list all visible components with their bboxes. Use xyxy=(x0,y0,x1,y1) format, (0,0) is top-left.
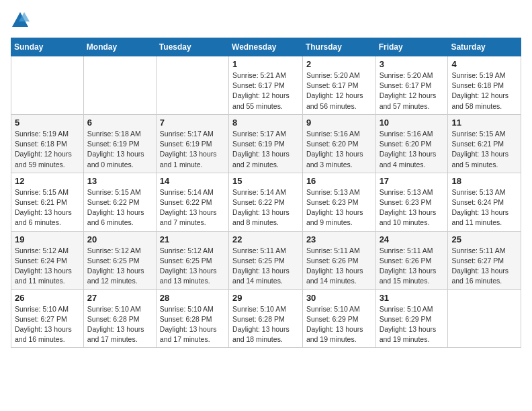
day-info: Sunrise: 5:20 AMSunset: 6:17 PMDaylight:… xyxy=(380,71,445,111)
day-number: 16 xyxy=(306,176,372,186)
day-number: 7 xyxy=(160,118,225,128)
calendar-cell: 5Sunrise: 5:19 AMSunset: 6:18 PMDaylight… xyxy=(11,114,84,173)
day-info: Sunrise: 5:11 AMSunset: 6:26 PMDaylight:… xyxy=(306,246,372,287)
calendar-cell: 10Sunrise: 5:16 AMSunset: 6:20 PMDayligh… xyxy=(375,114,448,173)
day-number: 25 xyxy=(451,234,517,244)
day-number: 4 xyxy=(451,59,517,69)
day-info: Sunrise: 5:17 AMSunset: 6:19 PMDaylight:… xyxy=(232,129,299,170)
day-info: Sunrise: 5:12 AMSunset: 6:25 PMDaylight:… xyxy=(87,246,152,287)
day-info: Sunrise: 5:16 AMSunset: 6:20 PMDaylight:… xyxy=(380,129,445,170)
day-info: Sunrise: 5:10 AMSunset: 6:28 PMDaylight:… xyxy=(232,304,299,345)
day-number: 31 xyxy=(380,293,445,303)
calendar-cell: 15Sunrise: 5:14 AMSunset: 6:22 PMDayligh… xyxy=(229,173,303,231)
calendar-cell: 7Sunrise: 5:17 AMSunset: 6:19 PMDaylight… xyxy=(156,114,228,173)
calendar-cell: 20Sunrise: 5:12 AMSunset: 6:25 PMDayligh… xyxy=(83,231,156,289)
calendar-cell: 19Sunrise: 5:12 AMSunset: 6:24 PMDayligh… xyxy=(11,231,84,289)
day-number: 24 xyxy=(380,234,445,244)
header-monday: Monday xyxy=(83,38,156,56)
day-info: Sunrise: 5:12 AMSunset: 6:24 PMDaylight:… xyxy=(15,246,80,287)
day-number: 22 xyxy=(232,234,299,244)
calendar-cell xyxy=(448,289,521,348)
calendar-cell: 2Sunrise: 5:20 AMSunset: 6:17 PMDaylight… xyxy=(302,56,375,115)
calendar-cell xyxy=(156,56,228,115)
header-wednesday: Wednesday xyxy=(229,38,303,56)
day-info: Sunrise: 5:12 AMSunset: 6:25 PMDaylight:… xyxy=(160,246,225,287)
week-row-5: 26Sunrise: 5:10 AMSunset: 6:27 PMDayligh… xyxy=(11,289,521,348)
day-number: 19 xyxy=(15,234,80,244)
calendar-cell: 29Sunrise: 5:10 AMSunset: 6:28 PMDayligh… xyxy=(229,289,303,348)
day-info: Sunrise: 5:15 AMSunset: 6:21 PMDaylight:… xyxy=(15,187,80,228)
day-number: 11 xyxy=(451,118,517,128)
day-number: 15 xyxy=(232,176,299,186)
day-info: Sunrise: 5:18 AMSunset: 6:19 PMDaylight:… xyxy=(87,129,152,170)
day-info: Sunrise: 5:15 AMSunset: 6:21 PMDaylight:… xyxy=(451,129,517,170)
calendar-cell: 8Sunrise: 5:17 AMSunset: 6:19 PMDaylight… xyxy=(229,114,303,173)
calendar-cell: 9Sunrise: 5:16 AMSunset: 6:20 PMDaylight… xyxy=(302,114,375,173)
day-number: 5 xyxy=(15,118,80,128)
day-info: Sunrise: 5:17 AMSunset: 6:19 PMDaylight:… xyxy=(160,129,225,170)
day-info: Sunrise: 5:11 AMSunset: 6:25 PMDaylight:… xyxy=(232,246,299,287)
day-number: 20 xyxy=(87,234,152,244)
page-header xyxy=(11,11,521,30)
day-number: 28 xyxy=(160,293,225,303)
calendar-cell: 12Sunrise: 5:15 AMSunset: 6:21 PMDayligh… xyxy=(11,173,84,231)
day-number: 12 xyxy=(15,176,80,186)
header-tuesday: Tuesday xyxy=(156,38,228,56)
day-number: 26 xyxy=(15,293,80,303)
calendar-cell: 18Sunrise: 5:13 AMSunset: 6:24 PMDayligh… xyxy=(448,173,521,231)
day-number: 13 xyxy=(87,176,152,186)
day-info: Sunrise: 5:19 AMSunset: 6:18 PMDaylight:… xyxy=(15,129,80,170)
day-info: Sunrise: 5:10 AMSunset: 6:27 PMDaylight:… xyxy=(15,304,80,345)
day-number: 17 xyxy=(380,176,445,186)
day-info: Sunrise: 5:21 AMSunset: 6:17 PMDaylight:… xyxy=(232,71,299,111)
calendar-cell: 6Sunrise: 5:18 AMSunset: 6:19 PMDaylight… xyxy=(83,114,156,173)
calendar-cell: 31Sunrise: 5:10 AMSunset: 6:29 PMDayligh… xyxy=(375,289,448,348)
calendar-cell: 17Sunrise: 5:13 AMSunset: 6:23 PMDayligh… xyxy=(375,173,448,231)
week-row-2: 5Sunrise: 5:19 AMSunset: 6:18 PMDaylight… xyxy=(11,114,521,173)
day-number: 3 xyxy=(380,59,445,69)
calendar-cell: 28Sunrise: 5:10 AMSunset: 6:28 PMDayligh… xyxy=(156,289,228,348)
day-info: Sunrise: 5:14 AMSunset: 6:22 PMDaylight:… xyxy=(160,187,225,228)
calendar-cell xyxy=(11,56,84,115)
calendar-cell: 21Sunrise: 5:12 AMSunset: 6:25 PMDayligh… xyxy=(156,231,228,289)
day-info: Sunrise: 5:13 AMSunset: 6:24 PMDaylight:… xyxy=(451,187,517,228)
day-info: Sunrise: 5:13 AMSunset: 6:23 PMDaylight:… xyxy=(380,187,445,228)
day-number: 18 xyxy=(451,176,517,186)
week-row-1: 1Sunrise: 5:21 AMSunset: 6:17 PMDaylight… xyxy=(11,56,521,115)
day-number: 14 xyxy=(160,176,225,186)
day-number: 6 xyxy=(87,118,152,128)
day-number: 9 xyxy=(306,118,372,128)
calendar-cell: 3Sunrise: 5:20 AMSunset: 6:17 PMDaylight… xyxy=(375,56,448,115)
calendar-cell: 24Sunrise: 5:11 AMSunset: 6:26 PMDayligh… xyxy=(375,231,448,289)
week-row-3: 12Sunrise: 5:15 AMSunset: 6:21 PMDayligh… xyxy=(11,173,521,231)
calendar-table: SundayMondayTuesdayWednesdayThursdayFrid… xyxy=(11,38,521,348)
day-info: Sunrise: 5:10 AMSunset: 6:28 PMDaylight:… xyxy=(87,304,152,345)
calendar-cell: 27Sunrise: 5:10 AMSunset: 6:28 PMDayligh… xyxy=(83,289,156,348)
calendar-cell: 22Sunrise: 5:11 AMSunset: 6:25 PMDayligh… xyxy=(229,231,303,289)
day-number: 1 xyxy=(232,59,299,69)
calendar-cell: 25Sunrise: 5:11 AMSunset: 6:27 PMDayligh… xyxy=(448,231,521,289)
logo-icon xyxy=(11,11,30,30)
day-info: Sunrise: 5:20 AMSunset: 6:17 PMDaylight:… xyxy=(306,71,372,111)
calendar-cell: 16Sunrise: 5:13 AMSunset: 6:23 PMDayligh… xyxy=(302,173,375,231)
calendar-cell xyxy=(83,56,156,115)
calendar-cell: 23Sunrise: 5:11 AMSunset: 6:26 PMDayligh… xyxy=(302,231,375,289)
header-saturday: Saturday xyxy=(448,38,521,56)
day-number: 23 xyxy=(306,234,372,244)
calendar-cell: 1Sunrise: 5:21 AMSunset: 6:17 PMDaylight… xyxy=(229,56,303,115)
day-info: Sunrise: 5:16 AMSunset: 6:20 PMDaylight:… xyxy=(306,129,372,170)
week-row-4: 19Sunrise: 5:12 AMSunset: 6:24 PMDayligh… xyxy=(11,231,521,289)
calendar-cell: 4Sunrise: 5:19 AMSunset: 6:18 PMDaylight… xyxy=(448,56,521,115)
calendar-cell: 14Sunrise: 5:14 AMSunset: 6:22 PMDayligh… xyxy=(156,173,228,231)
day-info: Sunrise: 5:10 AMSunset: 6:28 PMDaylight:… xyxy=(160,304,225,345)
header-thursday: Thursday xyxy=(302,38,375,56)
day-number: 27 xyxy=(87,293,152,303)
calendar-header-row: SundayMondayTuesdayWednesdayThursdayFrid… xyxy=(11,38,521,56)
day-info: Sunrise: 5:11 AMSunset: 6:26 PMDaylight:… xyxy=(380,246,445,287)
day-number: 8 xyxy=(232,118,299,128)
header-sunday: Sunday xyxy=(11,38,84,56)
day-info: Sunrise: 5:11 AMSunset: 6:27 PMDaylight:… xyxy=(451,246,517,287)
calendar-cell: 30Sunrise: 5:10 AMSunset: 6:29 PMDayligh… xyxy=(302,289,375,348)
calendar-cell: 26Sunrise: 5:10 AMSunset: 6:27 PMDayligh… xyxy=(11,289,84,348)
day-number: 29 xyxy=(232,293,299,303)
